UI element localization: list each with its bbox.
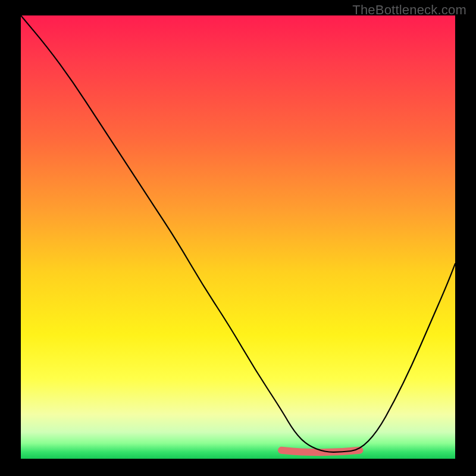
plot-area — [21, 15, 455, 459]
plot-frame: TheBottleneck.com — [0, 0, 476, 476]
curve-svg — [21, 15, 455, 459]
bottleneck-curve — [21, 15, 455, 452]
